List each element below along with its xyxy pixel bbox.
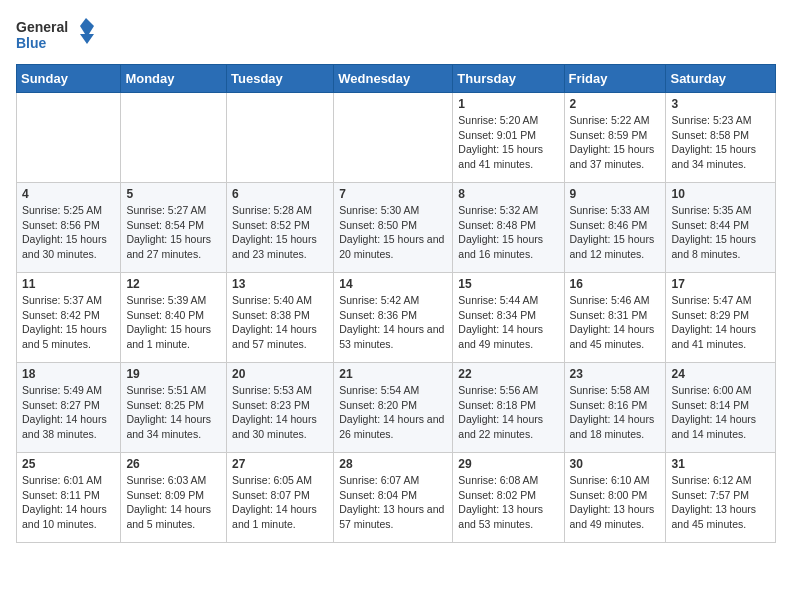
day-info: Sunrise: 5:37 AM Sunset: 8:42 PM Dayligh…: [22, 293, 115, 352]
day-cell: 19Sunrise: 5:51 AM Sunset: 8:25 PM Dayli…: [121, 363, 227, 453]
day-info: Sunrise: 5:56 AM Sunset: 8:18 PM Dayligh…: [458, 383, 558, 442]
day-cell: 6Sunrise: 5:28 AM Sunset: 8:52 PM Daylig…: [227, 183, 334, 273]
day-number: 16: [570, 277, 661, 291]
day-cell: 14Sunrise: 5:42 AM Sunset: 8:36 PM Dayli…: [334, 273, 453, 363]
day-info: Sunrise: 6:05 AM Sunset: 8:07 PM Dayligh…: [232, 473, 328, 532]
day-cell: 21Sunrise: 5:54 AM Sunset: 8:20 PM Dayli…: [334, 363, 453, 453]
day-number: 21: [339, 367, 447, 381]
day-info: Sunrise: 6:12 AM Sunset: 7:57 PM Dayligh…: [671, 473, 770, 532]
day-number: 5: [126, 187, 221, 201]
day-number: 7: [339, 187, 447, 201]
day-info: Sunrise: 5:32 AM Sunset: 8:48 PM Dayligh…: [458, 203, 558, 262]
day-cell: 5Sunrise: 5:27 AM Sunset: 8:54 PM Daylig…: [121, 183, 227, 273]
day-cell: 16Sunrise: 5:46 AM Sunset: 8:31 PM Dayli…: [564, 273, 666, 363]
day-cell: 7Sunrise: 5:30 AM Sunset: 8:50 PM Daylig…: [334, 183, 453, 273]
day-info: Sunrise: 5:44 AM Sunset: 8:34 PM Dayligh…: [458, 293, 558, 352]
day-number: 4: [22, 187, 115, 201]
day-header-wednesday: Wednesday: [334, 65, 453, 93]
day-cell: 9Sunrise: 5:33 AM Sunset: 8:46 PM Daylig…: [564, 183, 666, 273]
header-row: SundayMondayTuesdayWednesdayThursdayFrid…: [17, 65, 776, 93]
day-info: Sunrise: 5:40 AM Sunset: 8:38 PM Dayligh…: [232, 293, 328, 352]
day-cell: 26Sunrise: 6:03 AM Sunset: 8:09 PM Dayli…: [121, 453, 227, 543]
day-cell: 27Sunrise: 6:05 AM Sunset: 8:07 PM Dayli…: [227, 453, 334, 543]
day-number: 31: [671, 457, 770, 471]
day-info: Sunrise: 6:03 AM Sunset: 8:09 PM Dayligh…: [126, 473, 221, 532]
day-cell: 23Sunrise: 5:58 AM Sunset: 8:16 PM Dayli…: [564, 363, 666, 453]
day-cell: 8Sunrise: 5:32 AM Sunset: 8:48 PM Daylig…: [453, 183, 564, 273]
calendar-table: SundayMondayTuesdayWednesdayThursdayFrid…: [16, 64, 776, 543]
day-cell: 10Sunrise: 5:35 AM Sunset: 8:44 PM Dayli…: [666, 183, 776, 273]
day-number: 19: [126, 367, 221, 381]
day-info: Sunrise: 5:22 AM Sunset: 8:59 PM Dayligh…: [570, 113, 661, 172]
day-info: Sunrise: 5:54 AM Sunset: 8:20 PM Dayligh…: [339, 383, 447, 442]
page-header: GeneralBlue: [16, 16, 776, 56]
day-info: Sunrise: 5:30 AM Sunset: 8:50 PM Dayligh…: [339, 203, 447, 262]
day-header-friday: Friday: [564, 65, 666, 93]
week-row-5: 25Sunrise: 6:01 AM Sunset: 8:11 PM Dayli…: [17, 453, 776, 543]
day-cell: 31Sunrise: 6:12 AM Sunset: 7:57 PM Dayli…: [666, 453, 776, 543]
day-number: 24: [671, 367, 770, 381]
day-cell: 18Sunrise: 5:49 AM Sunset: 8:27 PM Dayli…: [17, 363, 121, 453]
day-cell: [17, 93, 121, 183]
day-info: Sunrise: 5:51 AM Sunset: 8:25 PM Dayligh…: [126, 383, 221, 442]
day-header-sunday: Sunday: [17, 65, 121, 93]
day-cell: 12Sunrise: 5:39 AM Sunset: 8:40 PM Dayli…: [121, 273, 227, 363]
day-number: 13: [232, 277, 328, 291]
day-number: 29: [458, 457, 558, 471]
day-number: 3: [671, 97, 770, 111]
day-cell: 3Sunrise: 5:23 AM Sunset: 8:58 PM Daylig…: [666, 93, 776, 183]
day-header-thursday: Thursday: [453, 65, 564, 93]
day-cell: 28Sunrise: 6:07 AM Sunset: 8:04 PM Dayli…: [334, 453, 453, 543]
day-header-saturday: Saturday: [666, 65, 776, 93]
week-row-2: 4Sunrise: 5:25 AM Sunset: 8:56 PM Daylig…: [17, 183, 776, 273]
day-number: 6: [232, 187, 328, 201]
day-cell: [121, 93, 227, 183]
logo: GeneralBlue: [16, 16, 96, 56]
week-row-3: 11Sunrise: 5:37 AM Sunset: 8:42 PM Dayli…: [17, 273, 776, 363]
day-header-monday: Monday: [121, 65, 227, 93]
day-cell: 13Sunrise: 5:40 AM Sunset: 8:38 PM Dayli…: [227, 273, 334, 363]
day-cell: 15Sunrise: 5:44 AM Sunset: 8:34 PM Dayli…: [453, 273, 564, 363]
day-number: 12: [126, 277, 221, 291]
week-row-4: 18Sunrise: 5:49 AM Sunset: 8:27 PM Dayli…: [17, 363, 776, 453]
svg-text:Blue: Blue: [16, 35, 47, 51]
day-number: 30: [570, 457, 661, 471]
day-info: Sunrise: 6:07 AM Sunset: 8:04 PM Dayligh…: [339, 473, 447, 532]
day-number: 26: [126, 457, 221, 471]
day-info: Sunrise: 6:01 AM Sunset: 8:11 PM Dayligh…: [22, 473, 115, 532]
day-cell: 24Sunrise: 6:00 AM Sunset: 8:14 PM Dayli…: [666, 363, 776, 453]
day-info: Sunrise: 5:35 AM Sunset: 8:44 PM Dayligh…: [671, 203, 770, 262]
day-cell: [227, 93, 334, 183]
day-cell: 17Sunrise: 5:47 AM Sunset: 8:29 PM Dayli…: [666, 273, 776, 363]
day-info: Sunrise: 5:53 AM Sunset: 8:23 PM Dayligh…: [232, 383, 328, 442]
calendar-header: SundayMondayTuesdayWednesdayThursdayFrid…: [17, 65, 776, 93]
day-header-tuesday: Tuesday: [227, 65, 334, 93]
day-info: Sunrise: 5:49 AM Sunset: 8:27 PM Dayligh…: [22, 383, 115, 442]
day-info: Sunrise: 5:25 AM Sunset: 8:56 PM Dayligh…: [22, 203, 115, 262]
day-number: 23: [570, 367, 661, 381]
day-cell: 30Sunrise: 6:10 AM Sunset: 8:00 PM Dayli…: [564, 453, 666, 543]
svg-marker-1: [80, 18, 94, 44]
day-number: 14: [339, 277, 447, 291]
day-cell: 4Sunrise: 5:25 AM Sunset: 8:56 PM Daylig…: [17, 183, 121, 273]
day-cell: 2Sunrise: 5:22 AM Sunset: 8:59 PM Daylig…: [564, 93, 666, 183]
day-info: Sunrise: 5:39 AM Sunset: 8:40 PM Dayligh…: [126, 293, 221, 352]
day-info: Sunrise: 5:47 AM Sunset: 8:29 PM Dayligh…: [671, 293, 770, 352]
calendar-body: 1Sunrise: 5:20 AM Sunset: 9:01 PM Daylig…: [17, 93, 776, 543]
day-number: 25: [22, 457, 115, 471]
day-number: 20: [232, 367, 328, 381]
day-info: Sunrise: 5:20 AM Sunset: 9:01 PM Dayligh…: [458, 113, 558, 172]
day-info: Sunrise: 6:08 AM Sunset: 8:02 PM Dayligh…: [458, 473, 558, 532]
day-number: 22: [458, 367, 558, 381]
day-cell: 11Sunrise: 5:37 AM Sunset: 8:42 PM Dayli…: [17, 273, 121, 363]
day-cell: 22Sunrise: 5:56 AM Sunset: 8:18 PM Dayli…: [453, 363, 564, 453]
day-number: 27: [232, 457, 328, 471]
day-cell: [334, 93, 453, 183]
day-number: 10: [671, 187, 770, 201]
day-number: 8: [458, 187, 558, 201]
day-number: 11: [22, 277, 115, 291]
day-cell: 20Sunrise: 5:53 AM Sunset: 8:23 PM Dayli…: [227, 363, 334, 453]
day-number: 17: [671, 277, 770, 291]
day-number: 15: [458, 277, 558, 291]
logo-svg: GeneralBlue: [16, 16, 96, 56]
